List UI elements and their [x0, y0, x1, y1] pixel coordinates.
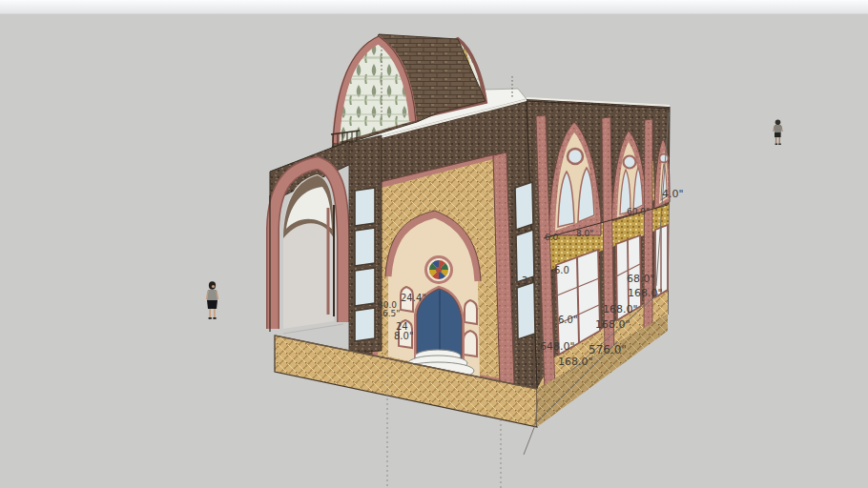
dimension-label: 168.0" [558, 356, 593, 368]
dimension-label: 168.0" [595, 318, 630, 331]
dimension-label: 6.5" [382, 309, 400, 318]
dimension-label: 4.0" [662, 188, 684, 200]
dimension-label: 648.0" [540, 340, 575, 353]
male-scale-figure[interactable] [774, 119, 782, 144]
dimension-label: 6.0 [545, 233, 559, 242]
dimension-label: 3 [522, 275, 527, 286]
dimension-label: 576.0" [589, 343, 627, 356]
left-porch [270, 141, 355, 334]
dimension-label: 8.0" [394, 331, 414, 341]
rose-window [426, 257, 452, 283]
dimension-label: 24.4" [401, 293, 426, 303]
oculus-window [568, 149, 583, 164]
female-scale-figure[interactable] [207, 281, 218, 319]
dimension-label: 6.0" [558, 315, 578, 325]
viewport-3d[interactable]: 4.0"60.0"8.0"6.06.0368.0"168.0"168.0"168… [0, 0, 868, 488]
left-tower-strip [349, 135, 382, 353]
model-viewer-window: 4.0"60.0"8.0"6.06.0368.0"168.0"168.0"168… [0, 0, 868, 488]
dimension-line [524, 425, 535, 455]
oculus-window [624, 156, 636, 169]
dimension-label: 60.0" [627, 207, 650, 216]
dimension-label: 8.0" [576, 229, 593, 238]
oculus-window [660, 154, 669, 163]
dimension-label: 168.0" [628, 287, 663, 299]
dimension-label: 68.0" [627, 273, 655, 285]
corner-windows [515, 182, 535, 339]
dimension-label: 6.0 [554, 265, 569, 275]
front-facade [355, 100, 537, 389]
dimension-label: 168.0" [603, 303, 638, 315]
